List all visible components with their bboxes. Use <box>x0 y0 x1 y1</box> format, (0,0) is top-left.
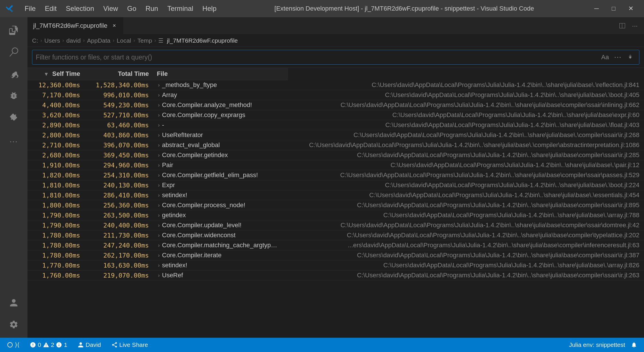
th-file[interactable]: File <box>153 68 288 80</box>
activity-item-explorer[interactable] <box>3 20 24 41</box>
breadcrumb-filename[interactable]: jl_7MT6R2d6wF.cpuprofile <box>167 37 238 44</box>
cell-self-time: 1,760.00ms <box>27 270 85 280</box>
table-row[interactable]: 1,780.00ms247,240.00ms›Core.Compiler.mat… <box>27 240 644 250</box>
cell-file-path: C:\Users\david\AppData\Local\Programs\Ju… <box>288 230 644 240</box>
cell-func-name: ›UseRef <box>153 270 288 280</box>
activity-item-debug[interactable] <box>3 85 24 106</box>
menu-view[interactable]: View <box>99 3 122 14</box>
cell-func-name: ›abstract_eval_global <box>153 140 288 150</box>
status-notifications[interactable] <box>629 342 639 348</box>
table-row[interactable]: 1,800.00ms256,360.00ms›Core.Compiler.pro… <box>27 200 644 210</box>
activity-bar: ··· <box>0 17 27 338</box>
activity-item-settings[interactable] <box>3 314 24 335</box>
maximize-button[interactable]: □ <box>605 0 622 17</box>
more-actions-button[interactable]: ··· <box>629 20 641 31</box>
expand-icon[interactable]: › <box>158 272 160 278</box>
table-row[interactable]: 1,770.00ms163,630.00ms›setindex!C:\Users… <box>27 260 644 270</box>
table-row[interactable]: 4,400.00ms549,230.00ms›Core.Compiler.ana… <box>27 100 644 110</box>
cell-total-time: 403,860.00ms <box>85 130 153 140</box>
cell-file-path: C:\Users\david\AppData\Local\Programs\Ju… <box>288 140 644 150</box>
table-row[interactable]: 1,780.00ms262,170.00ms›Core.Compiler.ite… <box>27 250 644 260</box>
expand-icon[interactable]: › <box>158 132 160 138</box>
editor-tab[interactable]: jl_7MT6R2d6wF.cpuprofile × <box>27 17 124 34</box>
close-button[interactable]: ✕ <box>622 0 639 17</box>
table-row[interactable]: 1,820.00ms254,310.00ms›Core.Compiler.get… <box>27 170 644 180</box>
activity-item-source-control[interactable] <box>3 64 24 84</box>
status-user[interactable]: David <box>75 338 103 352</box>
filter-input[interactable] <box>36 54 596 61</box>
activity-item-search[interactable] <box>3 42 24 62</box>
status-julia-env[interactable]: Julia env: snippettest <box>567 341 627 348</box>
expand-icon[interactable]: › <box>158 222 160 228</box>
tab-close-button[interactable]: × <box>111 22 118 29</box>
table-row[interactable]: 12,360.00ms1,528,340.00ms›_methods_by_ft… <box>27 80 644 90</box>
cell-func-name: ›Core.Compiler.analyze_method! <box>153 100 288 110</box>
expand-icon[interactable]: › <box>158 142 160 148</box>
table-row[interactable]: 7,170.00ms996,010.00ms›ArrayC:\Users\dav… <box>27 90 644 100</box>
status-remote[interactable]: ⟩⟨ <box>5 338 22 352</box>
filter-flame-button[interactable] <box>625 52 636 63</box>
menu-file[interactable]: File <box>21 3 40 14</box>
sort-icon: ▼ <box>44 71 49 77</box>
expand-icon[interactable]: › <box>158 162 160 168</box>
cell-file-path: C:\Users\david\AppData\Local\Programs\Ju… <box>288 130 644 140</box>
breadcrumb-temp[interactable]: Temp <box>137 37 152 44</box>
breadcrumb-appdata[interactable]: AppData <box>87 37 110 44</box>
expand-icon[interactable]: › <box>158 252 160 258</box>
th-total-time[interactable]: Total Time <box>85 68 153 80</box>
expand-icon[interactable]: › <box>158 262 160 268</box>
table-row[interactable]: 2,800.00ms403,860.00ms›UseRefIteratorC:\… <box>27 130 644 140</box>
expand-icon[interactable]: › <box>158 92 160 98</box>
table-row[interactable]: 1,810.00ms286,410.00ms›setindex!C:\Users… <box>27 190 644 200</box>
expand-icon[interactable]: › <box>158 112 160 118</box>
profile-table-container[interactable]: ▼ Self Time Total Time File 12,3 <box>27 68 644 338</box>
breadcrumb-sep-3: › <box>113 37 114 43</box>
table-row[interactable]: 1,760.00ms219,070.00ms›UseRefC:\Users\da… <box>27 270 644 280</box>
table-row[interactable]: 1,810.00ms240,130.00ms›ExprC:\Users\davi… <box>27 180 644 190</box>
breadcrumb-users[interactable]: Users <box>44 37 60 44</box>
table-row[interactable]: 2,680.00ms369,450.00ms›Core.Compiler.get… <box>27 150 644 160</box>
status-live-share[interactable]: Live Share <box>109 338 150 352</box>
breadcrumb-c[interactable]: C: <box>32 37 38 44</box>
menu-run[interactable]: Run <box>141 3 162 14</box>
expand-icon[interactable]: › <box>158 102 160 108</box>
expand-icon[interactable]: › <box>158 182 160 188</box>
split-editor-button[interactable] <box>617 20 628 31</box>
activity-item-more[interactable]: ··· <box>3 131 24 152</box>
expand-icon[interactable]: › <box>158 122 160 128</box>
filter-case-button[interactable]: Aa <box>600 52 611 63</box>
cell-file-path: C:\Users\david\AppData\Local\Programs\Ju… <box>288 120 644 130</box>
minimize-button[interactable]: ─ <box>588 0 605 17</box>
cell-func-name: ›Core.Compiler.update_level! <box>153 220 288 230</box>
status-user-name: David <box>86 341 101 348</box>
menu-edit[interactable]: Edit <box>41 3 61 14</box>
expand-icon[interactable]: › <box>158 82 160 88</box>
menu-terminal[interactable]: Terminal <box>163 3 197 14</box>
expand-icon[interactable]: › <box>158 212 160 218</box>
breadcrumb-sep-1: › <box>62 37 64 43</box>
status-errors[interactable]: 0 2 1 <box>27 338 70 352</box>
table-row[interactable]: 3,620.00ms527,710.00ms›Core.Compiler.cop… <box>27 110 644 120</box>
expand-icon[interactable]: › <box>158 232 160 238</box>
table-row[interactable]: 1,790.00ms263,500.00ms›getindexC:\Users\… <box>27 210 644 220</box>
menu-help[interactable]: Help <box>198 3 220 14</box>
expand-icon[interactable]: › <box>158 202 160 208</box>
table-row[interactable]: 1,790.00ms240,400.00ms›Core.Compiler.upd… <box>27 220 644 230</box>
th-self-time[interactable]: ▼ Self Time <box>27 68 85 80</box>
expand-icon[interactable]: › <box>158 192 160 198</box>
menu-selection[interactable]: Selection <box>62 3 98 14</box>
cell-func-name: ›Expr <box>153 180 288 190</box>
expand-icon[interactable]: › <box>158 172 160 178</box>
table-row[interactable]: 1,910.00ms294,960.00ms›PairC:\Users\davi… <box>27 160 644 170</box>
activity-item-extensions[interactable] <box>3 107 24 128</box>
activity-item-account[interactable] <box>3 292 24 313</box>
breadcrumb-local[interactable]: Local <box>117 37 131 44</box>
filter-regex-button[interactable]: ⋯ <box>612 52 623 63</box>
table-row[interactable]: 2,710.00ms396,070.00ms›abstract_eval_glo… <box>27 140 644 150</box>
breadcrumb-david[interactable]: david <box>66 37 81 44</box>
menu-go[interactable]: Go <box>123 3 140 14</box>
table-row[interactable]: 2,890.00ms63,460.00ms›-C:\Users\david\Ap… <box>27 120 644 130</box>
expand-icon[interactable]: › <box>158 242 160 248</box>
expand-icon[interactable]: › <box>158 152 160 158</box>
table-row[interactable]: 1,780.00ms211,730.00ms›Core.Compiler.wid… <box>27 230 644 240</box>
